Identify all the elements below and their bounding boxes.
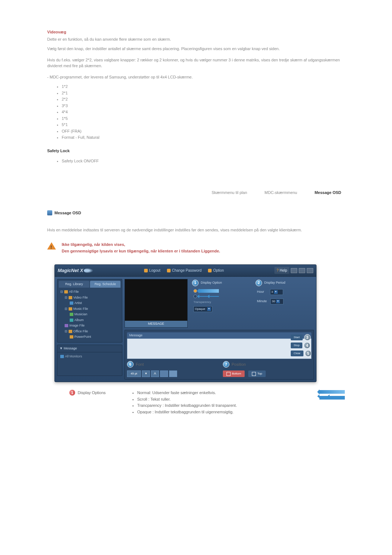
marker-5: 5 [305, 350, 311, 357]
legend-marker-1: 1 [69, 389, 75, 396]
videowall-p4: - MDC-programmet, der leveres af Samsung… [47, 74, 345, 80]
opaque-select[interactable]: Opaque▾ [193, 306, 212, 312]
minute-select[interactable]: 30▾ [270, 299, 283, 304]
legend-row: 1 Display Options Normal: Udsender faste… [69, 389, 345, 415]
tree-all-monitors[interactable]: All Monitors [60, 354, 120, 360]
safety-lock-heading: Safety Lock [47, 148, 345, 154]
tree-artist[interactable]: Artist [60, 300, 120, 306]
list-item: Safety Lock ON/OFF [62, 158, 345, 164]
font-color-2[interactable] [169, 370, 177, 377]
checkbox-icon [252, 372, 256, 376]
list-item: 2*2 [62, 96, 345, 102]
checkbox-icon [226, 372, 230, 376]
tree-video[interactable]: ⊟Video File [60, 295, 120, 301]
marker-1: 1 [192, 280, 199, 286]
start-button[interactable]: Start [291, 335, 303, 340]
tree-music[interactable]: ⊟Music File [60, 306, 120, 312]
safety-lock-list: Safety Lock ON/OFF [47, 158, 345, 164]
minute-label: Minute [257, 299, 267, 304]
chevron-down-icon: ▾ [207, 307, 211, 311]
videowall-options-list: 1*2 2*1 2*2 3*3 4*4 1*5 5*1 OFF (FRA) Fo… [47, 84, 345, 141]
logout-link[interactable]: Logout [144, 268, 160, 273]
warning-line1: Ikke tilgængelig, når kilden vises, [62, 242, 220, 248]
legend-arrow-scroll-icon [319, 396, 345, 400]
display-period-group: 2 Display Period Hour 3▾ Minute [256, 280, 312, 314]
tree-image[interactable]: Image File [60, 323, 120, 329]
nav-message-osd[interactable]: Message OSD [315, 190, 341, 196]
arrow-normal-icon [199, 289, 219, 293]
preview-box: MESSAGE [124, 279, 188, 328]
clear-button[interactable]: Clear [291, 351, 303, 356]
warning-line2: Den gennemsigtige lysavis er kun tilgæng… [62, 248, 220, 255]
option-icon [208, 269, 212, 272]
logo-swoosh-icon [84, 268, 93, 273]
warning-icon [47, 242, 56, 250]
maximize-icon[interactable] [299, 268, 305, 273]
tree-all-file[interactable]: ⊟All File [60, 289, 120, 295]
section-label-text: Message OSD [54, 210, 81, 216]
legend-arrow-normal-icon [319, 390, 345, 394]
file-tree: ⊟All File ⊟Video File Artist ⊟Music File… [57, 288, 122, 342]
marker-2: 2 [256, 280, 262, 286]
list-item: 4*4 [62, 109, 345, 115]
font-dd-icon[interactable]: ▾ [142, 370, 150, 377]
message-panel-header[interactable]: ▼ Message [57, 345, 122, 353]
help-button[interactable]: ? Help [274, 267, 289, 274]
font-label: Font [136, 361, 144, 368]
tab-reg-schedule[interactable]: Reg. Schedule [90, 281, 121, 288]
videowall-p1: Dette er en funktion, så du kan anvende … [47, 36, 345, 42]
app-logo: MagicNet X [58, 267, 83, 274]
message-input[interactable] [127, 339, 311, 359]
library-panel: Reg. Library Reg. Schedule ⊟All File ⊟Vi… [57, 279, 122, 343]
logout-icon [144, 269, 148, 272]
section-nav: Skærmmenu til plan MDC-skærmmenu Message… [47, 190, 345, 196]
list-item: Opaque : Indstiller tekstbaggrunden til … [137, 409, 312, 415]
marker-4: 4 [304, 342, 310, 349]
tree-powerpoint[interactable]: PowerPoint [60, 334, 120, 340]
tree-album[interactable]: Album [60, 317, 120, 323]
app-window: MagicNet X Logout Change Password Option… [54, 264, 317, 382]
font-a-button[interactable]: A [151, 370, 159, 377]
list-item: 5*1 [62, 122, 345, 128]
position-label: Position [232, 361, 246, 368]
list-item: 3*3 [62, 103, 345, 109]
tree-musician[interactable]: Musician [60, 312, 120, 317]
list-item: Trancparency : Indstiller tekstbaggrunde… [137, 402, 312, 409]
position-bottom[interactable]: Bottom [223, 370, 245, 377]
list-item: 2*1 [62, 90, 345, 96]
option-link[interactable]: Option [208, 268, 224, 273]
message-input-header: Message [127, 332, 311, 339]
option-normal[interactable] [192, 289, 248, 293]
close-icon[interactable] [307, 268, 313, 273]
header-actions: Logout Change Password Option [144, 268, 224, 273]
stop-button[interactable]: Stop [291, 343, 302, 348]
transparency-label: Transparency [193, 300, 211, 304]
tab-reg-library[interactable]: Reg. Library [59, 281, 89, 288]
change-password-link[interactable]: Change Password [167, 268, 202, 273]
list-item: Normal: Udsender faste sætninger enkeltv… [137, 390, 312, 396]
key-icon [167, 269, 171, 272]
tree-office[interactable]: ⊟Office File [60, 329, 120, 335]
nav-mdc[interactable]: MDC-skærmmenu [265, 190, 297, 196]
hour-select[interactable]: 3▾ [270, 289, 283, 295]
minimize-icon[interactable] [291, 268, 297, 273]
app-screenshot: MagicNet X Logout Change Password Option… [54, 264, 345, 382]
hour-label: Hour [257, 289, 264, 295]
message-panel: ▼ Message All Monitors [57, 345, 122, 376]
position-top[interactable]: Top [248, 370, 266, 377]
message-osd-icon [47, 210, 52, 215]
legend-title: Display Options [78, 390, 106, 396]
list-item: Format - Full, Natural [62, 134, 345, 141]
list-item: 1*5 [62, 116, 345, 122]
list-item: 1*2 [62, 84, 345, 90]
option-scroll[interactable] [192, 295, 248, 298]
list-item: Scroll : Tekst ruller. [137, 396, 312, 402]
message-osd-intro: Hvis en meddelelse indtastes til servere… [47, 227, 345, 233]
nav-plan[interactable]: Skærmmenu til plan [212, 190, 247, 196]
font-color-1[interactable] [160, 370, 168, 377]
font-size-select[interactable]: 45 pt [127, 370, 141, 377]
display-option-title: Display Option [201, 280, 222, 285]
legend-list: Normal: Udsender faste sætninger enkeltv… [131, 389, 312, 415]
warning-block: Ikke tilgængelig, når kilden vises, Den … [47, 242, 345, 254]
marker-7: 7 [223, 361, 229, 368]
